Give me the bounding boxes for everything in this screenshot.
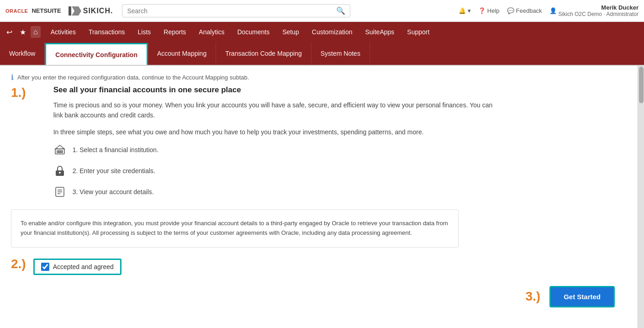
user-avatar-icon: 👤 (549, 7, 557, 14)
bell-icon: 🔔 (459, 7, 466, 14)
bank-icon (53, 143, 66, 156)
doc-icon (53, 185, 66, 198)
terms-box: To enable and/or configure this integrat… (11, 209, 459, 248)
svg-rect-0 (69, 6, 71, 16)
tab-account-mapping[interactable]: Account Mapping (148, 42, 216, 65)
svg-rect-6 (61, 151, 63, 153)
nav-reports[interactable]: Reports (157, 22, 192, 42)
search-icon: 🔍 (336, 6, 345, 15)
sikich-logo: SIKICH. (69, 6, 113, 16)
user-info: Merik Ducker Sikich O2C Demo · Administr… (559, 4, 639, 17)
svg-rect-5 (59, 151, 60, 153)
sikich-text: SIKICH. (83, 7, 113, 15)
nav-bar: ↩ ★ ⌂ Activities Transactions Lists Repo… (0, 22, 644, 42)
agreed-row: Accepted and agreed (33, 259, 121, 275)
agreed-checkbox-wrap[interactable]: Accepted and agreed (33, 259, 121, 275)
nav-setup[interactable]: Setup (276, 22, 306, 42)
scrollbar[interactable] (638, 66, 644, 328)
step2-label: 2.) (11, 257, 26, 271)
section-body1: Time is precious and so is your money. W… (53, 100, 501, 121)
feedback-icon: 💬 (507, 7, 514, 14)
top-actions: 🔔 ▾ ❓ Help 💬 Feedback 👤 Merik Ducker Sik… (459, 4, 639, 17)
nav-support[interactable]: Support (401, 22, 436, 42)
info-text: After you enter the required configurati… (17, 74, 249, 81)
step1-content: See all your financial accounts in one s… (53, 85, 501, 209)
step3-text: 3. View your account details. (73, 188, 154, 196)
scrollbar-thumb (639, 67, 644, 103)
nav-customization[interactable]: Customization (306, 22, 359, 42)
netsuite-logo: NETSUITE (32, 7, 61, 14)
nav-documents[interactable]: Documents (231, 22, 276, 42)
list-item: 3. View your account details. (53, 185, 501, 198)
nav-suiteapps[interactable]: SuiteApps (359, 22, 401, 42)
step1-label: 1.) (11, 85, 26, 100)
nav-activities[interactable]: Activities (44, 22, 82, 42)
tab-workflow[interactable]: Workflow (0, 42, 45, 65)
top-bar: ORACLE NETSUITE SIKICH. 🔍 🔔 ▾ ❓ Help 💬 F… (0, 0, 644, 22)
main-content: ℹ After you enter the required configura… (0, 66, 644, 328)
help-icon: ❓ (478, 7, 486, 14)
back-button[interactable]: ↩ (4, 26, 15, 38)
search-bar[interactable]: 🔍 (122, 4, 350, 17)
bottom-row: 3.) Get Started (11, 286, 633, 307)
svg-marker-1 (72, 6, 81, 16)
svg-marker-3 (55, 145, 64, 149)
home-button[interactable]: ⌂ (31, 26, 41, 38)
info-row: ℹ After you enter the required configura… (11, 73, 633, 82)
help-button[interactable]: ❓ Help (478, 7, 500, 14)
info-icon: ℹ (11, 73, 14, 82)
step1-text: 1. Select a financial institution. (73, 146, 158, 153)
tab-system-notes[interactable]: System Notes (311, 42, 370, 65)
nav-lists[interactable]: Lists (132, 22, 158, 42)
svg-point-8 (59, 172, 61, 174)
section-title: See all your financial accounts in one s… (53, 85, 501, 95)
nav-transactions[interactable]: Transactions (82, 22, 132, 42)
step3-label: 3.) (525, 289, 540, 304)
nav-analytics[interactable]: Analytics (192, 22, 231, 42)
tab-transaction-code-mapping[interactable]: Transaction Code Mapping (216, 42, 311, 65)
nav-items: Activities Transactions Lists Reports An… (44, 22, 436, 42)
list-item: 2. Enter your site credentials. (53, 164, 501, 177)
tab-connectivity-configuration[interactable]: Connectivity Configuration (45, 43, 148, 65)
svg-rect-2 (55, 149, 64, 154)
list-item: 1. Select a financial institution. (53, 143, 501, 156)
terms-text: To enable and/or configure this integrat… (21, 219, 449, 238)
step-list: 1. Select a financial institution. 2. En… (53, 143, 501, 198)
section-body2: In three simple steps, see what you owe … (53, 127, 501, 137)
user-menu[interactable]: 👤 Merik Ducker Sikich O2C Demo · Adminis… (549, 4, 639, 17)
favorites-button[interactable]: ★ (17, 26, 29, 38)
svg-rect-4 (57, 151, 58, 153)
nav-icons: ↩ ★ ⌂ (4, 26, 41, 38)
step2-text: 2. Enter your site credentials. (73, 167, 155, 175)
oracle-logo: ORACLE (5, 8, 28, 14)
notifications-arrow: ▾ (468, 7, 471, 14)
get-started-button[interactable]: Get Started (549, 286, 615, 307)
subtab-bar: Workflow Connectivity Configuration Acco… (0, 42, 644, 66)
search-input[interactable] (127, 7, 336, 15)
agreed-label: Accepted and agreed (53, 263, 114, 270)
notifications-button[interactable]: 🔔 ▾ (459, 7, 471, 14)
sikich-icon (69, 6, 81, 16)
lock-icon (53, 164, 66, 177)
feedback-button[interactable]: 💬 Feedback (507, 7, 542, 14)
agreed-checkbox[interactable] (41, 263, 49, 271)
